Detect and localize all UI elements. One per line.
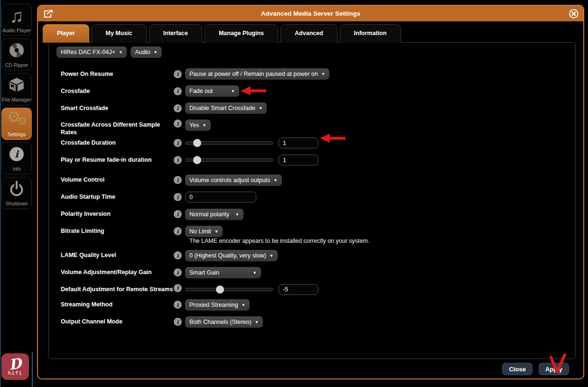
setting-row-fade-in-duration: Play or Resume fade-in duration i bbox=[61, 155, 575, 166]
chevron-down-icon: ▼ bbox=[270, 250, 273, 261]
setting-row-crossfade-duration: Crossfade Duration i bbox=[61, 138, 575, 149]
sidebar-item-file-manager[interactable]: File Manager bbox=[1, 73, 32, 105]
chevron-down-icon: ▼ bbox=[119, 46, 122, 58]
info-icon[interactable]: i bbox=[174, 104, 182, 112]
setting-row-volume-adjustment-replay-gain: Volume Adjustment/Replay Gain i Smart Ga… bbox=[61, 267, 575, 278]
close-button[interactable]: Close bbox=[502, 363, 532, 375]
tab-player[interactable]: Player bbox=[43, 24, 89, 43]
advanced-media-server-settings-dialog: Advanced Media Server Settings Player My… bbox=[37, 5, 584, 379]
bitrate-limiting-select[interactable]: No Limit ▼ bbox=[185, 226, 223, 237]
sidebar-item-label: Settings bbox=[8, 131, 26, 139]
chevron-down-icon: ▼ bbox=[153, 46, 157, 58]
power-on-resume-select[interactable]: Pause at power off / Remain paused at po… bbox=[185, 68, 329, 80]
audio-startup-time-input[interactable] bbox=[185, 192, 256, 203]
setting-label: Volume Adjustment/Replay Gain bbox=[61, 268, 174, 276]
tab-advanced[interactable]: Advanced bbox=[280, 24, 337, 43]
chevron-down-icon: ▼ bbox=[253, 267, 257, 278]
smart-crossfade-select[interactable]: Disable Smart Crossfade ▼ bbox=[185, 102, 267, 114]
power-icon bbox=[2, 178, 31, 199]
info-icon[interactable]: i bbox=[174, 176, 182, 184]
setting-label: Audio Startup Time bbox=[61, 193, 174, 201]
polarity-inversion-select[interactable]: Normal polarity ▼ bbox=[185, 209, 243, 220]
crossfade-duration-slider[interactable] bbox=[185, 138, 273, 149]
setting-label: Crossfade Across Different Sample Rates bbox=[61, 121, 174, 137]
streaming-method-select[interactable]: Proxied Streaming ▼ bbox=[185, 299, 250, 311]
setting-label: Smart Crossfade bbox=[61, 104, 174, 112]
sidebar-item-cd-ripper[interactable]: CD Ripper bbox=[1, 38, 32, 71]
sidebar-item-label: Audio Player bbox=[2, 28, 31, 36]
slider-thumb[interactable] bbox=[193, 156, 201, 164]
setting-row-polarity-inversion: Polarity Inversion i Normal polarity ▼ bbox=[61, 209, 575, 220]
tab-manage-plugins[interactable]: Manage Plugins bbox=[205, 24, 278, 43]
gears-icon: ⚙ ⚙ bbox=[2, 109, 31, 130]
info-icon[interactable]: i bbox=[174, 70, 182, 78]
sidebar-item-settings[interactable]: ⚙ ⚙ Settings bbox=[1, 108, 32, 140]
dialog-title: Advanced Media Server Settings bbox=[38, 10, 583, 17]
volume-control-select[interactable]: Volume controls adjust outputs ▼ bbox=[185, 175, 282, 186]
volume-adjustment-select[interactable]: Smart Gain ▼ bbox=[185, 267, 261, 278]
export-icon[interactable] bbox=[43, 9, 54, 18]
info-icon[interactable]: i bbox=[174, 87, 182, 95]
setting-label: Bitrate Limiting bbox=[61, 227, 174, 235]
setting-row-streaming-method: Streaming Method i Proxied Streaming ▼ bbox=[61, 299, 575, 311]
dialog-titlebar: Advanced Media Server Settings bbox=[38, 6, 583, 21]
fade-in-duration-input[interactable] bbox=[279, 155, 318, 166]
fade-in-duration-slider[interactable] bbox=[185, 155, 273, 166]
setting-row-audio-startup-time: Audio Startup Time i bbox=[61, 192, 575, 203]
chevron-down-icon: ▼ bbox=[255, 316, 259, 328]
sidebar-item-label: Info bbox=[12, 166, 21, 174]
setting-row-power-on-resume: Power On Resume i Pause at power off / R… bbox=[61, 68, 575, 80]
sidebar-item-label: File Manager bbox=[2, 97, 31, 105]
window-left-edge bbox=[0, 0, 1, 387]
device-select[interactable]: HiRes DAC FX-04J+ ▼ bbox=[56, 46, 127, 58]
disc-icon bbox=[2, 40, 31, 61]
crossfade-select[interactable]: Fade out ▼ bbox=[185, 85, 239, 97]
setting-row-volume-control: Volume Control i Volume controls adjust … bbox=[61, 175, 575, 186]
info-icon[interactable]: i bbox=[174, 251, 182, 259]
apply-button[interactable]: Apply bbox=[539, 363, 569, 375]
info-icon[interactable]: i bbox=[174, 120, 182, 128]
settings-rows: Power On Resume i Pause at power off / R… bbox=[56, 68, 575, 328]
info-icon[interactable]: i bbox=[174, 227, 182, 235]
info-icon: i bbox=[2, 144, 31, 165]
setting-label: LAME Quality Level bbox=[61, 251, 174, 259]
tab-my-music[interactable]: My Music bbox=[92, 24, 147, 43]
setting-label: Crossfade Duration bbox=[61, 139, 174, 147]
dialog-footer: Close Apply bbox=[502, 363, 569, 375]
crossfade-across-sample-rates-select[interactable]: Yes ▼ bbox=[185, 120, 211, 131]
setting-label: Power On Resume bbox=[61, 70, 174, 78]
sidebar-item-shutdown[interactable]: Shutdown bbox=[1, 177, 32, 209]
info-icon[interactable]: i bbox=[174, 210, 182, 218]
slider-track[interactable] bbox=[185, 288, 273, 291]
info-icon[interactable]: i bbox=[174, 318, 182, 326]
info-icon[interactable]: i bbox=[174, 284, 182, 292]
setting-label: Crossfade bbox=[61, 87, 174, 95]
logo-letter: D bbox=[8, 357, 22, 371]
lame-quality-level-select[interactable]: 0 (Highest Quality, very slow) ▼ bbox=[185, 250, 278, 261]
setting-row-output-channel-mode: Output Channel Mode i Both Channels (Ste… bbox=[61, 316, 575, 328]
setting-row-crossfade-across-sample-rates: Crossfade Across Different Sample Rates … bbox=[61, 120, 575, 137]
remote-streams-adjustment-slider[interactable] bbox=[185, 284, 273, 295]
tab-interface[interactable]: Interface bbox=[149, 24, 202, 43]
lame-encoder-note: The LAME encoder appears to be installed… bbox=[189, 238, 575, 244]
info-icon[interactable]: i bbox=[174, 268, 182, 276]
window-divider-line bbox=[32, 352, 33, 387]
info-icon[interactable]: i bbox=[174, 156, 182, 164]
info-icon[interactable]: i bbox=[174, 301, 182, 309]
tab-information[interactable]: Information bbox=[340, 24, 401, 43]
sidebar-item-info[interactable]: i Info bbox=[1, 142, 32, 175]
info-icon[interactable]: i bbox=[174, 193, 182, 201]
source-select[interactable]: Audio ▼ bbox=[131, 46, 161, 58]
output-channel-mode-select[interactable]: Both Channels (Stereo) ▼ bbox=[185, 316, 263, 328]
setting-label: Volume Control bbox=[61, 176, 174, 184]
slider-thumb[interactable] bbox=[216, 286, 224, 294]
sidebar-item-audio-player[interactable]: ♫ Audio Player bbox=[1, 4, 32, 36]
info-icon[interactable]: i bbox=[174, 139, 182, 147]
close-icon[interactable] bbox=[569, 9, 579, 19]
crossfade-duration-input[interactable] bbox=[279, 138, 318, 148]
remote-streams-adjustment-input[interactable] bbox=[279, 284, 318, 295]
chevron-down-icon: ▼ bbox=[202, 120, 206, 131]
slider-thumb[interactable] bbox=[193, 139, 201, 147]
setting-label: Default Adjustment for Remote Streams bbox=[61, 286, 174, 293]
sidebar-item-label: Shutdown bbox=[6, 201, 28, 209]
